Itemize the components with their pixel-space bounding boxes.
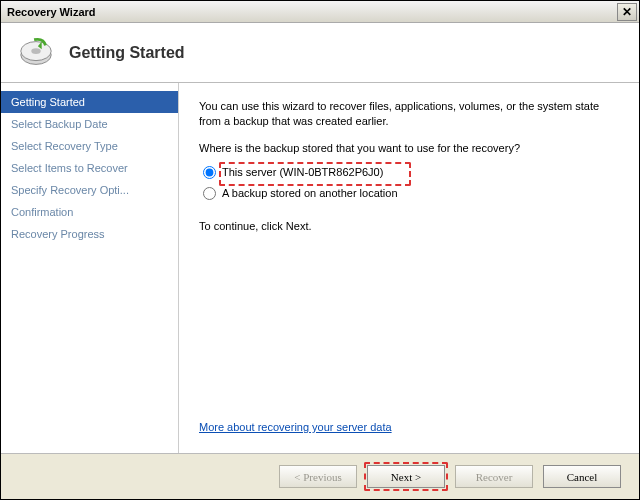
window-title: Recovery Wizard (7, 6, 617, 18)
more-info-link[interactable]: More about recovering your server data (199, 421, 619, 433)
recovery-icon (17, 34, 55, 72)
titlebar: Recovery Wizard ✕ (1, 1, 639, 23)
wizard-header: Getting Started (1, 23, 639, 83)
question-text: Where is the backup stored that you want… (199, 142, 619, 154)
wizard-content: You can use this wizard to recover files… (179, 83, 639, 453)
step-select-backup-date[interactable]: Select Backup Date (1, 113, 178, 135)
wizard-body: Getting Started Select Backup Date Selec… (1, 83, 639, 453)
step-recovery-progress[interactable]: Recovery Progress (1, 223, 178, 245)
radio-this-server[interactable] (203, 166, 216, 179)
step-getting-started[interactable]: Getting Started (1, 91, 178, 113)
option-this-server-label: This server (WIN-0BTR862P6J0) (222, 166, 383, 178)
next-button[interactable]: Next > (367, 465, 445, 488)
option-this-server-row: This server (WIN-0BTR862P6J0) (203, 166, 619, 179)
previous-button: < Previous (279, 465, 357, 488)
step-specify-options[interactable]: Specify Recovery Opti... (1, 179, 178, 201)
step-confirmation[interactable]: Confirmation (1, 201, 178, 223)
recovery-wizard-window: Recovery Wizard ✕ Getting Started Gettin… (0, 0, 640, 500)
recover-button: Recover (455, 465, 533, 488)
svg-point-2 (31, 48, 41, 54)
option-another-location-label: A backup stored on another location (222, 187, 398, 199)
step-select-items[interactable]: Select Items to Recover (1, 157, 178, 179)
continue-text: To continue, click Next. (199, 220, 619, 232)
radio-another-location[interactable] (203, 187, 216, 200)
page-title: Getting Started (69, 44, 185, 62)
cancel-button[interactable]: Cancel (543, 465, 621, 488)
close-button[interactable]: ✕ (617, 3, 637, 21)
intro-text: You can use this wizard to recover files… (199, 99, 619, 130)
wizard-footer: < Previous Next > Recover Cancel (1, 453, 639, 499)
step-select-recovery-type[interactable]: Select Recovery Type (1, 135, 178, 157)
option-another-location-row: A backup stored on another location (203, 187, 619, 200)
wizard-steps-sidebar: Getting Started Select Backup Date Selec… (1, 83, 179, 453)
